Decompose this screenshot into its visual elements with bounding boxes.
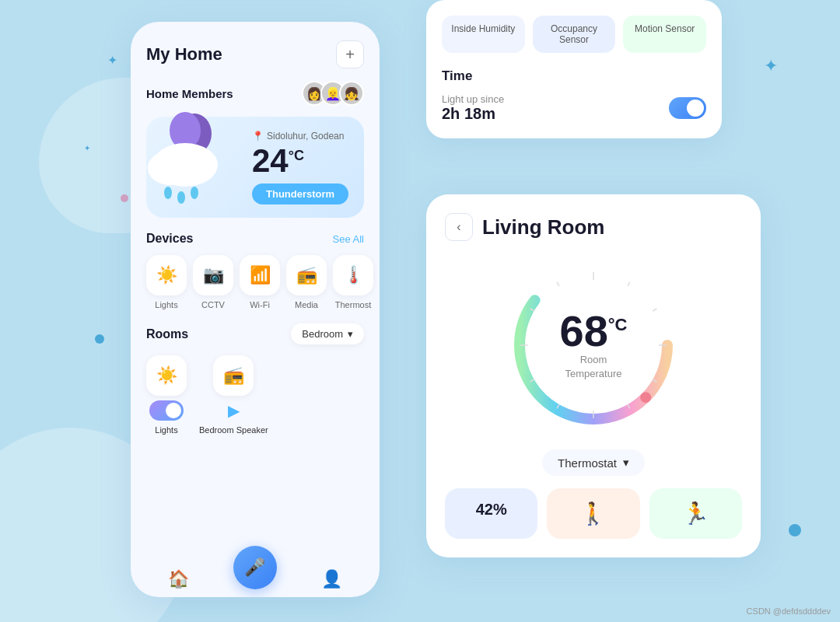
mic-button[interactable]: 🎤 <box>233 546 277 589</box>
light-toggle[interactable] <box>669 97 706 119</box>
time-value: 2h 18m <box>442 105 504 123</box>
room-device-speaker: 📻 ▶ Bedroom Speaker <box>199 355 268 435</box>
home-members-label: Home Members <box>146 87 233 100</box>
bedroom-dropdown[interactable]: Bedroom ▾ <box>291 323 364 344</box>
dot-1 <box>95 334 104 344</box>
media-label: Media <box>295 300 318 309</box>
room-devices: ☀️ Lights 📻 ▶ Bedroom Speaker <box>146 355 364 435</box>
humidity-sensor-card[interactable]: 42% <box>445 488 537 539</box>
weather-icon <box>138 109 240 210</box>
add-button[interactable]: + <box>336 40 364 68</box>
rooms-title: Rooms <box>146 327 188 341</box>
dial-temperature: 68°C <box>551 309 636 353</box>
play-icon: ▶ <box>228 401 240 420</box>
thermostat-select-label: Thermostat <box>558 456 617 470</box>
lights-label: Lights <box>155 300 177 309</box>
living-room-title: Living Room <box>482 215 604 239</box>
sensor-chips: Inside Humidity Occupancy Sensor Motion … <box>442 16 706 53</box>
device-thermostat[interactable]: 🌡️ Thermost <box>333 255 373 309</box>
weather-temp: 24°C <box>252 145 348 177</box>
time-section-title: Time <box>442 68 706 84</box>
cctv-label: CCTV <box>201 300 225 309</box>
avatars-group: 👩 👱‍♀️ 👧 <box>302 81 364 106</box>
room-device-lights: ☀️ Lights <box>146 355 187 435</box>
avatar-3: 👧 <box>339 81 364 106</box>
thermostat-dial: 68°C Room Temperature <box>508 260 679 431</box>
living-room-header: ‹ Living Room <box>445 213 742 241</box>
occupancy-sensor-card[interactable]: 🚶 <box>547 488 639 539</box>
bottom-sensors: 42% 🚶 🏃 <box>445 488 742 539</box>
dot-pink-1 <box>121 194 128 202</box>
top-right-card: Inside Humidity Occupancy Sensor Motion … <box>426 0 722 138</box>
bottom-nav: 🏠 🎤 👤 <box>131 538 380 597</box>
profile-nav-icon[interactable]: 👤 <box>321 569 342 589</box>
star-icon-1: ✦ <box>107 53 117 68</box>
room-speaker-label: Bedroom Speaker <box>199 425 268 435</box>
svg-point-4 <box>178 151 215 182</box>
thermostat-chevron-icon: ▾ <box>623 456 629 470</box>
left-phone: My Home + Home Members 👩 👱‍♀️ 👧 <box>131 22 380 597</box>
device-cctv[interactable]: 📷 CCTV <box>193 255 233 309</box>
thermostat-select[interactable]: Thermostat ▾ <box>542 449 645 476</box>
room-lights-label: Lights <box>155 425 177 435</box>
rooms-header: Rooms Bedroom ▾ <box>146 323 364 344</box>
devices-row: ☀️ Lights 📷 CCTV 📶 Wi-Fi 📻 Media 🌡️ Ther… <box>146 255 364 309</box>
lights-toggle[interactable] <box>149 400 184 421</box>
star-icon-3: ✦ <box>764 56 778 76</box>
weather-icon-area <box>138 109 247 218</box>
svg-point-5 <box>164 187 172 199</box>
thermostat-icon: 🌡️ <box>333 255 373 295</box>
thermostat-label: Thermost <box>335 300 371 309</box>
room-lights-icon: ☀️ <box>146 355 187 396</box>
watermark: CSDN @defdsddddev <box>747 606 831 616</box>
motion-icon: 🏃 <box>682 501 709 526</box>
home-members-row: Home Members 👩 👱‍♀️ 👧 <box>146 81 364 106</box>
time-info: Light up since 2h 18m <box>442 93 504 123</box>
phone-title: My Home <box>146 44 222 65</box>
star-icon-2: ✦ <box>84 144 90 152</box>
svg-line-10 <box>628 282 630 286</box>
light-up-since-label: Light up since <box>442 93 504 105</box>
inside-humidity-chip[interactable]: Inside Humidity <box>442 16 525 53</box>
motion-sensor-chip[interactable]: Motion Sensor <box>623 16 706 53</box>
media-icon: 📻 <box>286 255 327 295</box>
room-speaker-icon: 📻 <box>213 355 254 396</box>
dial-center: 68°C Room Temperature <box>551 309 636 381</box>
phone-header: My Home + <box>146 40 364 68</box>
chevron-down-icon: ▾ <box>348 328 353 340</box>
devices-header: Devices See All <box>146 232 364 246</box>
device-lights[interactable]: ☀️ Lights <box>146 255 187 309</box>
occupancy-icon: 🚶 <box>579 501 607 526</box>
see-all-button[interactable]: See All <box>333 233 364 245</box>
svg-line-20 <box>557 282 559 286</box>
occupancy-sensor-chip[interactable]: Occupancy Sensor <box>533 16 616 53</box>
weather-info: 📍 Sidoluhur, Godean 24°C Thunderstorm <box>252 131 348 204</box>
svg-point-6 <box>177 191 185 204</box>
dial-label: Room Temperature <box>551 353 636 381</box>
cctv-icon: 📷 <box>193 255 233 295</box>
lights-icon: ☀️ <box>146 255 187 295</box>
weather-location: 📍 Sidoluhur, Godean <box>252 131 348 142</box>
devices-title: Devices <box>146 232 194 246</box>
device-media[interactable]: 📻 Media <box>286 255 327 309</box>
back-button[interactable]: ‹ <box>445 213 473 241</box>
home-nav-icon[interactable]: 🏠 <box>168 569 189 589</box>
svg-line-11 <box>653 309 656 311</box>
svg-point-7 <box>191 187 198 199</box>
wifi-label: Wi-Fi <box>250 300 270 309</box>
thermostat-dial-container: 68°C Room Temperature <box>445 260 742 431</box>
thermostat-dropdown-row: Thermostat ▾ <box>445 449 742 476</box>
wifi-icon: 📶 <box>240 255 280 295</box>
weather-card: 📍 Sidoluhur, Godean 24°C Thunderstorm <box>146 117 364 218</box>
dot-2 <box>789 524 801 536</box>
living-room-card: ‹ Living Room <box>426 194 761 557</box>
device-wifi[interactable]: 📶 Wi-Fi <box>240 255 280 309</box>
motion-sensor-card[interactable]: 🏃 <box>649 488 742 539</box>
humidity-value: 42% <box>476 501 507 519</box>
weather-badge: Thunderstorm <box>252 183 348 204</box>
time-row: Light up since 2h 18m <box>442 93 706 123</box>
